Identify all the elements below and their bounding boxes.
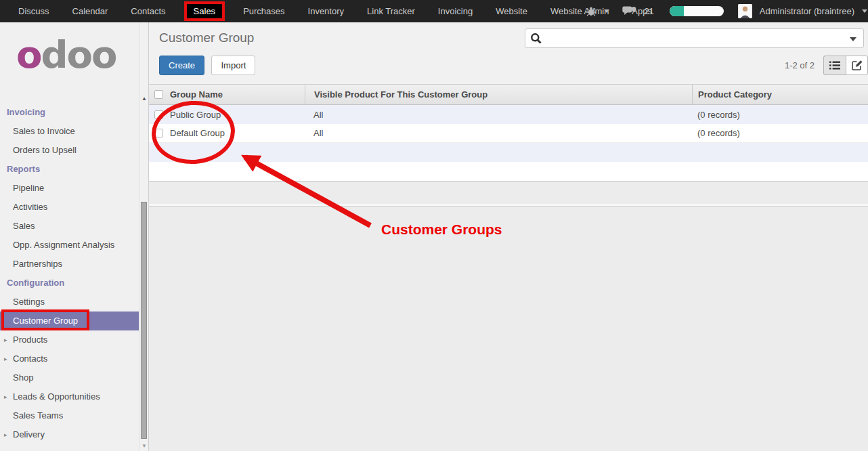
cell-group-name: Default Group — [168, 128, 305, 138]
cell-visible-product: All — [305, 110, 692, 120]
table-header-row: Group Name Visible Product For This Cust… — [149, 85, 868, 105]
import-button[interactable]: Import — [211, 56, 255, 75]
nav-link-tracker[interactable]: Link Tracker — [362, 5, 420, 18]
topbar-right-cluster: 21 Administrator (braintree) — [586, 0, 868, 22]
pager-and-view-switcher: 1-2 of 2 — [785, 56, 868, 75]
sidebar-item-pipeline[interactable]: Pipeline — [0, 179, 139, 198]
nav-contacts[interactable]: Contacts — [126, 5, 170, 18]
select-all-checkbox[interactable] — [154, 90, 163, 99]
sidebar-item-customer-group-selected[interactable]: Customer Group — [0, 312, 139, 330]
scroll-down-arrow-icon[interactable]: ▼ — [140, 443, 148, 449]
sidebar-item-sales[interactable]: Sales — [0, 217, 139, 236]
row-checkbox[interactable] — [154, 129, 163, 137]
search-box — [525, 28, 864, 48]
main-content: Customer Group Create Import 1-2 of 2 — [149, 22, 868, 451]
table-row-empty — [149, 162, 868, 181]
sidebar-item-sales-to-invoice[interactable]: Sales to Invoice — [0, 122, 139, 141]
nav-sales-active[interactable]: Sales — [184, 1, 225, 21]
search-input[interactable] — [546, 30, 837, 47]
sidebar-item-orders-to-upsell[interactable]: Orders to Upsell — [0, 141, 139, 160]
table-row[interactable]: Public Group All (0 records) — [149, 105, 868, 124]
chat-icon[interactable] — [622, 6, 636, 16]
app-sidebar: odoo Invoicing Sales to Invoice Orders t… — [0, 22, 139, 451]
customer-group-list: Group Name Visible Product For This Cust… — [149, 85, 868, 181]
form-view-button[interactable] — [846, 56, 868, 75]
column-header-group-name[interactable]: Group Name — [168, 89, 305, 100]
expand-caret-icon[interactable]: ▸ — [4, 330, 7, 349]
cell-visible-product: All — [305, 128, 692, 138]
create-button[interactable]: Create — [159, 56, 204, 75]
sidebar-item-partnerships[interactable]: Partnerships — [0, 255, 139, 274]
edit-icon — [852, 60, 863, 70]
expand-caret-icon[interactable]: ▸ — [4, 387, 7, 406]
sidebar-item-settings[interactable]: Settings — [0, 293, 139, 312]
list-icon — [829, 61, 840, 70]
user-menu-caret-icon[interactable] — [862, 9, 867, 13]
planner-progress-bar[interactable] — [670, 6, 724, 16]
odoo-backend-page: Discuss Calendar Contacts Sales Purchase… — [0, 0, 868, 451]
column-header-product-category[interactable]: Product Category — [692, 85, 868, 104]
cell-group-name: Public Group — [168, 110, 305, 120]
column-header-visible-product[interactable]: Visible Product For This Customer Group — [305, 85, 692, 104]
sidebar-scrollbar: ▲ ▼ — [139, 22, 149, 451]
scrollbar-thumb[interactable] — [141, 202, 147, 439]
page-title: Customer Group — [159, 30, 254, 45]
bug-menu-caret-icon[interactable] — [604, 9, 609, 13]
expand-caret-icon[interactable]: ▸ — [4, 349, 7, 368]
expand-caret-icon[interactable]: ▸ — [4, 425, 7, 444]
nav-purchases[interactable]: Purchases — [238, 5, 289, 18]
cell-product-category: (0 records) — [692, 110, 868, 120]
row-checkbox[interactable] — [154, 110, 163, 119]
sidebar-item-activities[interactable]: Activities — [0, 198, 139, 217]
cell-product-category: (0 records) — [692, 128, 868, 138]
table-row-empty — [149, 143, 868, 162]
list-view-button[interactable] — [823, 56, 846, 75]
nav-calendar[interactable]: Calendar — [68, 5, 113, 18]
scroll-up-arrow-icon[interactable]: ▲ — [140, 95, 148, 102]
control-panel: Customer Group Create Import 1-2 of 2 — [149, 22, 868, 85]
sidebar-item-delivery[interactable]: ▸Delivery — [0, 425, 139, 444]
sidebar-section-configuration: Configuration — [0, 274, 139, 293]
sidebar-item-contacts[interactable]: ▸Contacts — [0, 349, 139, 368]
table-row[interactable]: Default Group All (0 records) — [149, 124, 868, 143]
bug-icon[interactable] — [586, 7, 596, 16]
nav-website[interactable]: Website — [491, 5, 532, 18]
sidebar-menu: Invoicing Sales to Invoice Orders to Ups… — [0, 103, 139, 444]
action-buttons: Create Import — [159, 56, 255, 75]
nav-discuss[interactable]: Discuss — [14, 5, 54, 18]
nav-invoicing[interactable]: Invoicing — [433, 5, 477, 18]
search-filter-caret-icon[interactable] — [850, 37, 856, 41]
sidebar-section-reports: Reports — [0, 160, 139, 179]
messages-count-badge[interactable]: 21 — [644, 6, 653, 16]
odoo-logo[interactable]: odoo — [16, 35, 116, 75]
list-bottom-divider — [149, 204, 868, 207]
top-menu-bar: Discuss Calendar Contacts Sales Purchase… — [0, 0, 868, 22]
search-icon — [530, 33, 542, 47]
user-menu[interactable]: Administrator (braintree) — [760, 6, 854, 16]
pager-counter: 1-2 of 2 — [785, 60, 815, 70]
planner-progress-fill — [670, 6, 684, 16]
sidebar-item-sales-teams[interactable]: Sales Teams — [0, 406, 139, 425]
sidebar-section-invoicing: Invoicing — [0, 103, 139, 122]
sidebar-item-shop[interactable]: Shop — [0, 368, 139, 387]
sidebar-item-opp-assignment-analysis[interactable]: Opp. Assignment Analysis — [0, 236, 139, 255]
avatar[interactable] — [738, 4, 752, 18]
sidebar-item-products[interactable]: ▸Products — [0, 330, 139, 349]
sidebar-item-leads-opportunities[interactable]: ▸Leads & Opportunities — [0, 387, 139, 406]
nav-inventory[interactable]: Inventory — [303, 5, 349, 18]
